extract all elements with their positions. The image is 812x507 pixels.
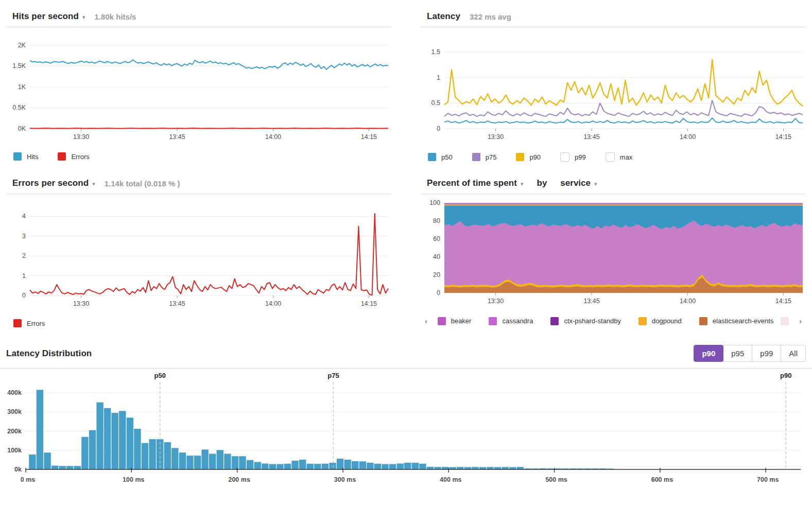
legend-label: elasticsearch-events xyxy=(713,317,774,325)
panel-percent-of-time-spent: Percent of time spent ▾ by service ▾ 100… xyxy=(421,175,806,325)
svg-text:0: 0 xyxy=(437,289,440,296)
legend-scroll-left-icon[interactable]: ‹ xyxy=(422,317,430,325)
timespent-legend: ‹ beakercassandractx-pshard-standbydogpo… xyxy=(421,312,806,325)
hits-title: Hits per second xyxy=(12,11,79,22)
svg-text:13:30: 13:30 xyxy=(488,133,504,141)
chevron-down-icon[interactable]: ▾ xyxy=(82,14,85,21)
svg-text:14:00: 14:00 xyxy=(265,133,281,141)
legend-item-Errors[interactable]: Errors xyxy=(58,152,89,161)
legend-item-p90[interactable]: p90 xyxy=(516,153,541,161)
legend-item-Errors[interactable]: Errors xyxy=(13,319,45,327)
svg-text:600 ms: 600 ms xyxy=(651,476,673,483)
legend-item-p75[interactable]: p75 xyxy=(472,153,497,161)
svg-text:1: 1 xyxy=(22,272,26,279)
legend-item-dogpound[interactable]: dogpound xyxy=(638,317,682,325)
legend-overflow-swatch[interactable] xyxy=(781,317,789,325)
percentile-button-p90[interactable]: p90 xyxy=(694,345,723,362)
legend-item-Hits[interactable]: Hits xyxy=(13,152,38,161)
svg-text:100: 100 xyxy=(429,199,440,206)
legend-scroll-right-icon[interactable]: › xyxy=(796,317,805,325)
panel-hits-per-second: Hits per second ▾ 1.80k hits/s 2K1.5K1K0… xyxy=(6,8,391,161)
hits-legend: HitsErrors xyxy=(6,148,391,161)
percentile-button-all[interactable]: All xyxy=(781,345,806,362)
svg-text:60: 60 xyxy=(433,235,440,242)
svg-text:200 ms: 200 ms xyxy=(228,476,250,483)
legend-item-p99[interactable]: p99 xyxy=(560,152,586,162)
svg-text:14:00: 14:00 xyxy=(680,133,696,141)
svg-text:p90: p90 xyxy=(780,372,791,379)
latency-subtitle: 322 ms avg xyxy=(470,12,511,21)
svg-text:1K: 1K xyxy=(18,83,26,91)
svg-text:0: 0 xyxy=(22,292,26,299)
svg-text:500 ms: 500 ms xyxy=(545,476,567,483)
legend-item-beaker[interactable]: beaker xyxy=(438,317,472,325)
percentile-button-p95[interactable]: p95 xyxy=(723,345,752,362)
errors-header: Errors per second ▾ 1.14k total (0.018 %… xyxy=(6,175,391,194)
legend-swatch xyxy=(516,153,524,161)
legend-swatch xyxy=(58,152,66,161)
percentile-button-p99[interactable]: p99 xyxy=(752,345,781,362)
legend-label: p99 xyxy=(575,153,586,161)
svg-text:0.5: 0.5 xyxy=(431,99,440,107)
hits-subtitle: 1.80k hits/s xyxy=(95,12,136,21)
svg-text:13:45: 13:45 xyxy=(169,300,185,307)
svg-text:1.5K: 1.5K xyxy=(12,62,26,69)
legend-label: p50 xyxy=(441,153,453,161)
svg-text:2K: 2K xyxy=(18,42,26,49)
latency-title: Latency xyxy=(427,11,460,22)
section-latency-distribution: Latency Distribution p90p95p99All 400k30… xyxy=(0,342,812,495)
svg-text:400k: 400k xyxy=(7,389,22,396)
svg-text:p75: p75 xyxy=(327,372,339,379)
distribution-title: Latency Distribution xyxy=(6,348,92,359)
svg-text:300 ms: 300 ms xyxy=(334,476,356,483)
timespent-chart[interactable]: 10080604020013:3013:4514:0014:15 xyxy=(421,194,806,312)
svg-text:14:15: 14:15 xyxy=(775,298,791,305)
svg-text:14:15: 14:15 xyxy=(775,133,791,141)
svg-text:100 ms: 100 ms xyxy=(123,476,144,483)
svg-text:p50: p50 xyxy=(154,372,166,379)
svg-text:0: 0 xyxy=(437,125,440,132)
timespent-service-selector[interactable]: service xyxy=(560,178,591,188)
svg-text:200k: 200k xyxy=(7,428,22,435)
chevron-down-icon[interactable]: ▾ xyxy=(92,181,95,187)
svg-text:13:45: 13:45 xyxy=(583,133,599,141)
percentile-button-group: p90p95p99All xyxy=(694,345,806,362)
legend-item-cassandra[interactable]: cassandra xyxy=(489,317,533,325)
svg-text:300k: 300k xyxy=(7,408,22,415)
errors-chart[interactable]: 4321013:3013:4514:0014:15 xyxy=(6,194,391,315)
svg-text:40: 40 xyxy=(433,253,440,260)
legend-label: Errors xyxy=(71,153,89,161)
latency-chart[interactable]: 1.510.5013:3013:4514:0014:15 xyxy=(421,27,806,148)
legend-item-ctx-pshard-standby[interactable]: ctx-pshard-standby xyxy=(550,317,621,325)
legend-swatch xyxy=(638,317,647,325)
svg-text:4: 4 xyxy=(22,213,26,220)
legend-item-max[interactable]: max xyxy=(606,152,633,162)
legend-label: p75 xyxy=(486,153,497,161)
legend-swatch xyxy=(560,152,569,162)
legend-swatch xyxy=(472,153,480,161)
svg-text:400 ms: 400 ms xyxy=(440,476,461,483)
legend-item-elasticsearch-events[interactable]: elasticsearch-events xyxy=(699,317,774,325)
svg-text:14:00: 14:00 xyxy=(680,298,696,305)
svg-text:0k: 0k xyxy=(14,466,22,473)
svg-text:14:15: 14:15 xyxy=(361,300,377,307)
svg-text:0K: 0K xyxy=(18,125,26,132)
legend-swatch xyxy=(428,153,436,161)
legend-swatch xyxy=(550,317,559,325)
legend-label: max xyxy=(620,153,633,161)
distribution-chart[interactable]: 400k300k200k100k0k0 ms100 ms200 ms300 ms… xyxy=(3,369,809,495)
chevron-down-icon[interactable]: ▾ xyxy=(594,181,597,187)
legend-swatch xyxy=(606,152,615,162)
hits-chart[interactable]: 2K1.5K1K0.5K0K13:3013:4514:0014:15 xyxy=(6,27,391,148)
legend-label: beaker xyxy=(451,317,472,325)
svg-text:2: 2 xyxy=(22,252,26,259)
svg-text:13:45: 13:45 xyxy=(169,133,185,141)
legend-swatch xyxy=(489,317,497,325)
timespent-by-label: by xyxy=(537,178,547,188)
svg-text:3: 3 xyxy=(22,233,26,240)
legend-label: Hits xyxy=(27,153,38,161)
legend-item-p50[interactable]: p50 xyxy=(428,153,453,161)
chevron-down-icon[interactable]: ▾ xyxy=(521,181,524,187)
legend-label: Errors xyxy=(27,320,45,327)
timespent-title: Percent of time spent xyxy=(427,178,517,188)
